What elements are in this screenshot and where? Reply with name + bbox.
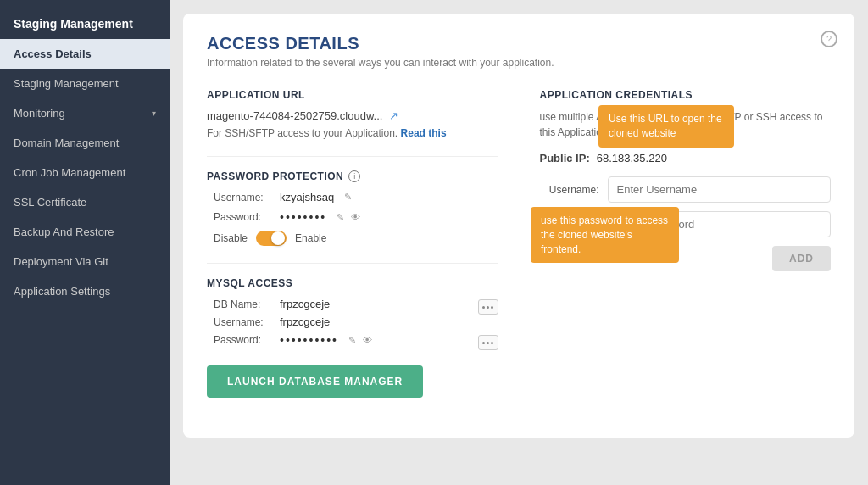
- sidebar-item-access-details[interactable]: Access Details: [0, 39, 170, 69]
- sidebar-item-label: Monitoring: [14, 107, 65, 120]
- username-input[interactable]: [608, 176, 832, 203]
- mysql-dbname-label: DB Name:: [214, 298, 273, 310]
- public-ip-row: Public IP: 68.183.35.220: [540, 152, 832, 164]
- section-left: APPLICATION URL magento-744084-2502759.c…: [207, 89, 498, 398]
- pw-username-value: kzyajshsaq: [280, 191, 334, 203]
- pw-password-row: Password: •••••••• ✎ 👁: [207, 210, 498, 224]
- mysql-username-value: frpzcgceje: [280, 315, 330, 328]
- info-icon[interactable]: i: [348, 170, 360, 182]
- sidebar-item-label: Staging Management: [14, 77, 119, 90]
- ssh-text: For SSH/SFTP access to your Application.…: [207, 127, 498, 139]
- eye-icon[interactable]: 👁: [351, 212, 360, 222]
- mysql-section: MYSQL ACCESS DB Name: frpzcgceje Usernam…: [207, 277, 498, 398]
- mysql-eye-icon[interactable]: 👁: [363, 335, 372, 345]
- content-card: ? ACCESS DETAILS Information related to …: [183, 14, 854, 438]
- toggle-row: Disable Enable: [207, 231, 498, 246]
- pw-password-dots: ••••••••: [280, 210, 326, 224]
- sections-row: APPLICATION URL magento-744084-2502759.c…: [207, 89, 831, 398]
- app-url-heading: APPLICATION URL: [207, 89, 498, 101]
- pw-username-row: Username: kzyajshsaq ✎: [207, 191, 498, 203]
- cred-username-label: Username:: [540, 184, 599, 196]
- app-url-text: magento-744084-2502759.cloudw...: [207, 109, 382, 122]
- page-title: ACCESS DETAILS: [207, 34, 831, 53]
- app-url-row: magento-744084-2502759.cloudw... ↗: [207, 109, 498, 122]
- add-button[interactable]: ADD: [772, 246, 831, 271]
- pw-password-label: Password:: [214, 211, 273, 223]
- mysql-edit-icon[interactable]: ✎: [348, 335, 356, 346]
- sidebar-item-label: Deployment Via Git: [14, 255, 108, 268]
- pw-username-label: Username:: [214, 192, 273, 203]
- chevron-down-icon: ▾: [152, 109, 156, 118]
- sidebar: Staging Management Access Details Stagin…: [0, 0, 170, 485]
- disable-label: Disable: [214, 232, 248, 244]
- toggle-thumb: [271, 231, 285, 245]
- edit-password-icon[interactable]: ✎: [337, 212, 344, 223]
- toggle-switch[interactable]: [256, 231, 287, 246]
- sidebar-item-deployment-git[interactable]: Deployment Via Git: [0, 247, 170, 276]
- main-content: ? ACCESS DETAILS Information related to …: [170, 0, 868, 485]
- read-this-link[interactable]: Read this: [401, 127, 447, 139]
- mysql-password-label: Password:: [214, 334, 273, 346]
- sidebar-item-monitoring[interactable]: Monitoring ▾: [0, 98, 170, 128]
- cred-username-row: Username:: [540, 176, 832, 203]
- mysql-more-btn-1[interactable]: [478, 299, 498, 315]
- tooltip-url: Use this URL to open the cloned website: [598, 105, 734, 148]
- pw-heading-row: PASSWORD PROTECTION i: [207, 170, 498, 182]
- sidebar-item-backup-restore[interactable]: Backup And Restore: [0, 217, 170, 247]
- password-protection-section: PASSWORD PROTECTION i Username: kzyajshs…: [207, 170, 498, 246]
- enable-label: Enable: [295, 232, 326, 244]
- mysql-password-dots: ••••••••••: [280, 333, 338, 347]
- sidebar-item-label: SSL Certificate: [14, 196, 86, 209]
- sidebar-item-staging-management[interactable]: Staging Management: [0, 69, 170, 98]
- public-ip-label: Public IP:: [540, 152, 590, 164]
- mysql-heading: MYSQL ACCESS: [207, 277, 498, 289]
- page-subtitle: Information related to the several ways …: [207, 57, 831, 69]
- credentials-heading: APPLICATION CREDENTIALS: [540, 89, 832, 101]
- mysql-username-row: Username: frpzcgceje: [207, 315, 478, 328]
- sidebar-item-label: Cron Job Management: [14, 166, 125, 179]
- launch-database-button[interactable]: LAUNCH DATABASE MANAGER: [207, 365, 423, 398]
- tooltip-password: use this password to access the cloned w…: [531, 207, 679, 263]
- mysql-dbname-row: DB Name: frpzcgceje: [207, 298, 478, 310]
- sidebar-item-label: Backup And Restore: [14, 226, 114, 238]
- sidebar-item-application-settings[interactable]: Application Settings: [0, 276, 170, 306]
- sidebar-item-label: Domain Management: [14, 137, 119, 149]
- mysql-dbname-value: frpzcgceje: [280, 298, 330, 310]
- sidebar-item-label: Application Settings: [14, 285, 110, 298]
- mysql-username-label: Username:: [214, 316, 273, 328]
- public-ip-value: 68.183.35.220: [597, 152, 667, 164]
- sidebar-item-ssl-certificate[interactable]: SSL Certificate: [0, 187, 170, 217]
- sidebar-item-domain-management[interactable]: Domain Management: [0, 128, 170, 158]
- help-icon[interactable]: ?: [821, 31, 837, 47]
- sidebar-title: Staging Management: [0, 7, 170, 39]
- sidebar-item-cron-job[interactable]: Cron Job Management: [0, 158, 170, 187]
- mysql-password-row: Password: •••••••••• ✎ 👁: [207, 333, 478, 347]
- sidebar-item-label: Access Details: [14, 47, 92, 60]
- external-link-icon[interactable]: ↗: [389, 109, 398, 122]
- edit-username-icon[interactable]: ✎: [344, 192, 352, 203]
- mysql-more-btn-2[interactable]: [478, 335, 498, 350]
- pw-heading: PASSWORD PROTECTION: [207, 170, 343, 182]
